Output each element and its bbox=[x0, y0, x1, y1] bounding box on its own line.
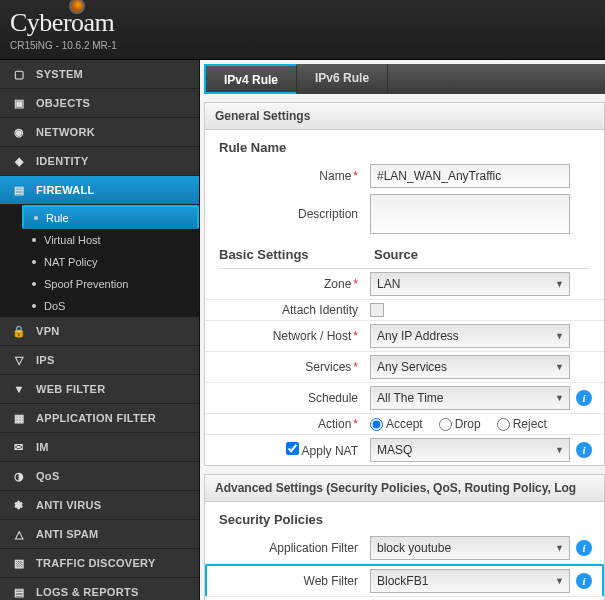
zone-label: Zone* bbox=[215, 277, 370, 291]
filter-icon: ▼ bbox=[10, 381, 28, 397]
gauge-icon: ◑ bbox=[10, 468, 28, 484]
sidebar-subitem-label: Rule bbox=[46, 212, 69, 224]
globe-icon: ◉ bbox=[10, 124, 28, 140]
description-input[interactable] bbox=[370, 194, 570, 234]
sidebar-item-label: NETWORK bbox=[36, 126, 95, 138]
schedule-label: Schedule bbox=[215, 391, 370, 405]
sidebar-item-objects[interactable]: ▣OBJECTS bbox=[0, 89, 199, 118]
sidebar-item-network[interactable]: ◉NETWORK bbox=[0, 118, 199, 147]
sidebar-subitem-spoof-prevention[interactable]: Spoof Prevention bbox=[22, 273, 199, 295]
rule-name-title: Rule Name bbox=[205, 130, 604, 161]
lock-icon: 🔒 bbox=[10, 323, 28, 339]
apply-nat-label: Apply NAT bbox=[215, 442, 370, 458]
sidebar-item-label: IM bbox=[36, 441, 49, 453]
info-icon[interactable]: i bbox=[576, 442, 592, 458]
info-icon[interactable]: i bbox=[576, 573, 592, 589]
shield-icon: ▽ bbox=[10, 352, 28, 368]
web-filter-row: Web Filter BlockFB1i bbox=[205, 564, 604, 597]
basic-settings-title: Basic Settings bbox=[219, 237, 374, 269]
tabs: IPv4 RuleIPv6 Rule bbox=[204, 64, 605, 94]
action-drop[interactable]: Drop bbox=[439, 417, 481, 431]
attach-identity-checkbox[interactable] bbox=[370, 303, 384, 317]
sidebar-item-label: OBJECTS bbox=[36, 97, 90, 109]
sidebar-item-anti-spam[interactable]: △ANTI SPAM bbox=[0, 520, 199, 549]
doc-icon: ▤ bbox=[10, 584, 28, 600]
logo-icon bbox=[69, 0, 85, 14]
sidebar-item-label: VPN bbox=[36, 325, 60, 337]
box-icon: ▣ bbox=[10, 95, 28, 111]
sidebar-item-label: IDENTITY bbox=[36, 155, 89, 167]
sidebar-subitem-label: NAT Policy bbox=[44, 256, 97, 268]
panel-header-general: General Settings bbox=[205, 103, 604, 130]
sidebar-item-identity[interactable]: ◆IDENTITY bbox=[0, 147, 199, 176]
sidebar-subitem-dos[interactable]: DoS bbox=[22, 295, 199, 317]
application-filter-select[interactable]: block youtube bbox=[370, 536, 570, 560]
app-icon: ▦ bbox=[10, 410, 28, 426]
attach-identity-label: Attach Identity bbox=[215, 303, 370, 317]
version-text: CR15iNG - 10.6.2 MR-1 bbox=[10, 40, 117, 51]
gear-icon: ✽ bbox=[10, 497, 28, 513]
sidebar-subitem-rule[interactable]: Rule bbox=[22, 205, 199, 229]
tab-ipv4-rule[interactable]: IPv4 Rule bbox=[204, 64, 297, 94]
schedule-select[interactable]: All The Time bbox=[370, 386, 570, 410]
sidebar-item-label: IPS bbox=[36, 354, 55, 366]
security-policies-title: Security Policies bbox=[205, 502, 604, 533]
brick-icon: ▤ bbox=[10, 182, 28, 198]
zone-select[interactable]: LAN bbox=[370, 272, 570, 296]
chart-icon: ▧ bbox=[10, 555, 28, 571]
sidebar-item-label: FIREWALL bbox=[36, 184, 95, 196]
tab-ipv6-rule[interactable]: IPv6 Rule bbox=[297, 64, 388, 94]
web-filter-label: Web Filter bbox=[217, 574, 370, 588]
header: Cyberoam CR15iNG - 10.6.2 MR-1 bbox=[0, 0, 605, 60]
sidebar-subitem-nat-policy[interactable]: NAT Policy bbox=[22, 251, 199, 273]
web-filter-select[interactable]: BlockFB1 bbox=[370, 569, 570, 593]
info-icon[interactable]: i bbox=[576, 540, 592, 556]
general-settings-panel: General Settings Rule Name Name* Descrip… bbox=[204, 102, 605, 466]
sidebar-subitem-label: Spoof Prevention bbox=[44, 278, 128, 290]
info-icon[interactable]: i bbox=[576, 390, 592, 406]
name-input[interactable] bbox=[370, 164, 570, 188]
network-host-select[interactable]: Any IP Address bbox=[370, 324, 570, 348]
sidebar-item-traffic-discovery[interactable]: ▧TRAFFIC DISCOVERY bbox=[0, 549, 199, 578]
panel-header-advanced: Advanced Settings (Security Policies, Qo… bbox=[205, 475, 604, 502]
sidebar-item-label: WEB FILTER bbox=[36, 383, 105, 395]
apply-nat-checkbox[interactable] bbox=[286, 442, 299, 455]
sidebar-item-ips[interactable]: ▽IPS bbox=[0, 346, 199, 375]
content-area: IPv4 RuleIPv6 Rule General Settings Rule… bbox=[200, 60, 605, 600]
action-reject[interactable]: Reject bbox=[497, 417, 547, 431]
sidebar-item-label: ANTI SPAM bbox=[36, 528, 98, 540]
sidebar-item-label: SYSTEM bbox=[36, 68, 83, 80]
sidebar: ▢SYSTEM▣OBJECTS◉NETWORK◆IDENTITY▤FIREWAL… bbox=[0, 60, 200, 600]
sidebar-item-application-filter[interactable]: ▦APPLICATION FILTER bbox=[0, 404, 199, 433]
sidebar-item-im[interactable]: ✉IM bbox=[0, 433, 199, 462]
sidebar-item-qos[interactable]: ◑QoS bbox=[0, 462, 199, 491]
monitor-icon: ▢ bbox=[10, 66, 28, 82]
sidebar-item-web-filter[interactable]: ▼WEB FILTER bbox=[0, 375, 199, 404]
sidebar-item-label: ANTI VIRUS bbox=[36, 499, 101, 511]
alert-icon: △ bbox=[10, 526, 28, 542]
sidebar-item-system[interactable]: ▢SYSTEM bbox=[0, 60, 199, 89]
sidebar-item-firewall[interactable]: ▤FIREWALL bbox=[0, 176, 199, 205]
action-label: Action* bbox=[215, 417, 370, 431]
user-icon: ◆ bbox=[10, 153, 28, 169]
sidebar-item-logs-reports[interactable]: ▤LOGS & REPORTS bbox=[0, 578, 199, 600]
logo: Cyberoam CR15iNG - 10.6.2 MR-1 bbox=[10, 8, 117, 51]
sidebar-item-anti-virus[interactable]: ✽ANTI VIRUS bbox=[0, 491, 199, 520]
sidebar-subitem-virtual-host[interactable]: Virtual Host bbox=[22, 229, 199, 251]
advanced-settings-panel: Advanced Settings (Security Policies, Qo… bbox=[204, 474, 605, 600]
application-filter-label: Application Filter bbox=[215, 541, 370, 555]
nat-select[interactable]: MASQ bbox=[370, 438, 570, 462]
source-title: Source bbox=[374, 237, 590, 269]
sidebar-item-label: LOGS & REPORTS bbox=[36, 586, 139, 598]
description-label: Description bbox=[215, 207, 370, 221]
action-accept[interactable]: Accept bbox=[370, 417, 423, 431]
name-label: Name* bbox=[215, 169, 370, 183]
network-host-label: Network / Host* bbox=[215, 329, 370, 343]
sidebar-item-vpn[interactable]: 🔒VPN bbox=[0, 317, 199, 346]
sidebar-item-label: QoS bbox=[36, 470, 60, 482]
services-label: Services* bbox=[215, 360, 370, 374]
sidebar-subitem-label: DoS bbox=[44, 300, 65, 312]
services-select[interactable]: Any Services bbox=[370, 355, 570, 379]
sidebar-subitem-label: Virtual Host bbox=[44, 234, 101, 246]
sidebar-item-label: APPLICATION FILTER bbox=[36, 412, 156, 424]
